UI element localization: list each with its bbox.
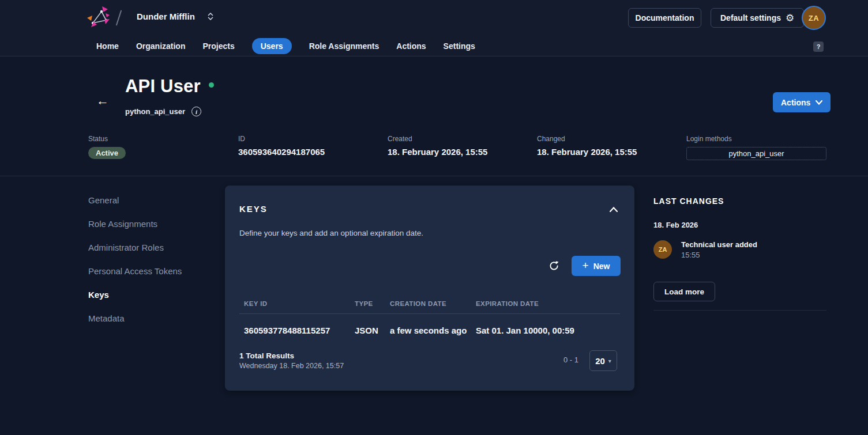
breadcrumb-slash: [116, 10, 122, 25]
chevron-up-icon: [610, 207, 618, 212]
avatar-initials: ZA: [809, 14, 819, 22]
actions-button[interactable]: Actions: [773, 92, 831, 112]
app-root: Dunder Mifflin Documentation Default set…: [0, 0, 868, 435]
subnav-personal-access-tokens[interactable]: Personal Access Tokens: [88, 266, 182, 276]
pagination-range: 0 - 1: [563, 355, 578, 364]
keys-card-description: Define your keys and add an optional exp…: [239, 229, 423, 237]
section-divider: [0, 176, 868, 176]
id-label: ID: [238, 135, 325, 143]
col-header-creation-date: CREATION DATE: [390, 300, 446, 307]
login-methods-label: Login methods: [686, 135, 826, 143]
id-value: 360593640294187065: [238, 147, 325, 157]
page-size-select[interactable]: 20 ▾: [589, 350, 617, 371]
meta-changed: Changed 18. February 2026, 15:55: [537, 135, 637, 157]
nav-tab-projects[interactable]: Projects: [202, 38, 234, 54]
event-time: 15:55: [681, 251, 757, 259]
org-name: Dunder Mifflin: [137, 12, 195, 21]
cell-key-id: 360593778488115257: [244, 326, 330, 335]
page-title: API User: [125, 76, 201, 97]
meta-login-methods: Login methods python_api_user: [686, 135, 826, 160]
cell-expiration-date: Sat 01. Jan 10000, 00:59: [476, 326, 574, 335]
nav-tab-home[interactable]: Home: [96, 38, 119, 54]
active-state-dot-icon: [209, 82, 214, 88]
table-header-divider: [239, 313, 620, 314]
subnav-role-assignments[interactable]: Role Assignments: [88, 219, 157, 229]
plus-icon: +: [583, 260, 589, 271]
refresh-icon: [548, 260, 559, 271]
nav-tab-role-assignments[interactable]: Role Assignments: [309, 38, 379, 54]
nav-tab-settings[interactable]: Settings: [444, 38, 475, 54]
changed-value: 18. February 2026, 15:55: [537, 147, 637, 157]
keys-card-title: KEYS: [239, 204, 268, 214]
last-changes-title: LAST CHANGES: [653, 196, 724, 206]
documentation-button[interactable]: Documentation: [628, 8, 701, 28]
refresh-button[interactable]: [546, 258, 562, 274]
zitadel-logo-icon[interactable]: [87, 6, 113, 30]
documentation-label: Documentation: [636, 13, 694, 22]
topbar: Dunder Mifflin Documentation Default set…: [0, 0, 868, 56]
change-event[interactable]: ZA Technical user added 15:55: [653, 240, 757, 259]
page-size-value: 20: [595, 356, 605, 366]
main-nav: Home Organization Projects Users Role As…: [96, 38, 475, 54]
gear-icon: ⚙: [786, 13, 794, 23]
chevron-down-icon: [816, 100, 822, 105]
event-avatar: ZA: [653, 240, 672, 259]
subnav-general[interactable]: General: [88, 195, 119, 205]
last-changes-divider: [653, 310, 826, 311]
keys-card: KEYS Define your keys and add an optiona…: [225, 186, 634, 391]
table-footer-summary: 1 Total Results Wednesday 18. Feb 2026, …: [239, 351, 344, 370]
meta-id: ID 360593640294187065: [238, 135, 325, 157]
total-results: 1 Total Results: [239, 351, 344, 360]
cell-creation-date: a few seconds ago: [390, 326, 467, 335]
default-settings-button[interactable]: Default settings ⚙: [711, 8, 804, 28]
info-icon[interactable]: i: [191, 107, 201, 116]
default-settings-label: Default settings: [720, 13, 781, 22]
subnav-keys[interactable]: Keys: [88, 290, 109, 300]
new-key-button[interactable]: + New: [572, 256, 621, 276]
col-header-expiration-date: EXPIRATION DATE: [476, 300, 539, 307]
subnav-administrator-roles[interactable]: Administrator Roles: [88, 243, 164, 252]
org-switch-icon: [208, 13, 213, 20]
org-switcher[interactable]: Dunder Mifflin: [137, 12, 213, 21]
last-changes-date: 18. Feb 2026: [653, 221, 698, 229]
page-subtitle-row: python_api_user i: [125, 107, 201, 116]
meta-created: Created 18. February 2026, 15:55: [388, 135, 487, 157]
created-label: Created: [388, 135, 487, 143]
help-button[interactable]: ?: [813, 41, 824, 52]
nav-tab-actions[interactable]: Actions: [396, 38, 426, 54]
meta-status: Status Active: [88, 135, 126, 159]
col-header-type: TYPE: [355, 300, 373, 307]
login-method-chip[interactable]: python_api_user: [686, 147, 826, 160]
page-title-row: API User: [125, 76, 214, 97]
back-button[interactable]: ←: [94, 92, 111, 109]
username-subtitle: python_api_user: [125, 107, 185, 116]
caret-down-icon: ▾: [608, 358, 611, 364]
results-timestamp: Wednesday 18. Feb 2026, 15:57: [239, 362, 344, 370]
nav-tab-organization[interactable]: Organization: [136, 38, 186, 54]
event-text: Technical user added: [681, 240, 757, 249]
user-avatar[interactable]: ZA: [802, 6, 826, 30]
subnav-metadata[interactable]: Metadata: [88, 313, 125, 323]
created-value: 18. February 2026, 15:55: [388, 147, 487, 157]
changed-label: Changed: [537, 135, 637, 143]
cell-type: JSON: [355, 326, 378, 335]
new-key-label: New: [593, 262, 610, 271]
status-badge: Active: [88, 147, 126, 159]
event-details: Technical user added 15:55: [681, 240, 757, 259]
nav-tab-users[interactable]: Users: [252, 38, 292, 54]
status-label: Status: [88, 135, 126, 143]
collapse-card-button[interactable]: [606, 202, 621, 217]
col-header-key-id: KEY ID: [244, 300, 268, 307]
actions-button-label: Actions: [781, 98, 810, 107]
load-more-button[interactable]: Load more: [653, 282, 715, 301]
